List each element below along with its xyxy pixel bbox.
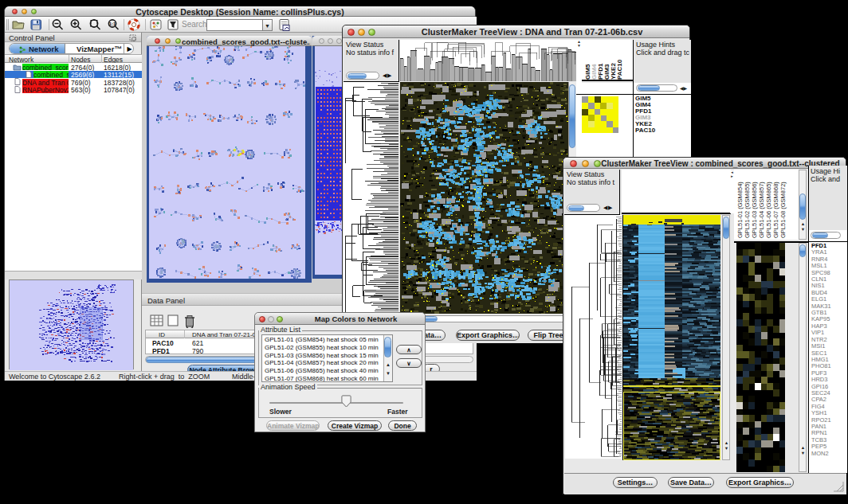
svg-text:GPL51-08 (GSM872): GPL51-08 (GSM872) [779,182,787,238]
svg-text:GPL51-01 (GSM854): GPL51-01 (GSM854) [736,182,744,238]
svg-text:PAC10: PAC10 [616,59,623,80]
svg-text:1:1: 1:1 [109,21,116,26]
svg-text:GPL51-07 (GSM868): GPL51-07 (GSM868) [772,182,779,238]
svg-text:GPL51-02 (GSM855): GPL51-02 (GSM855) [744,182,751,238]
svg-text:GPL51-03 (GSM856): GPL51-03 (GSM856) [751,182,758,238]
svg-text:GPL51-06 (GSM865): GPL51-06 (GSM865) [765,182,772,238]
svg-text:GPL51-04 (GSM857): GPL51-04 (GSM857) [758,182,765,238]
